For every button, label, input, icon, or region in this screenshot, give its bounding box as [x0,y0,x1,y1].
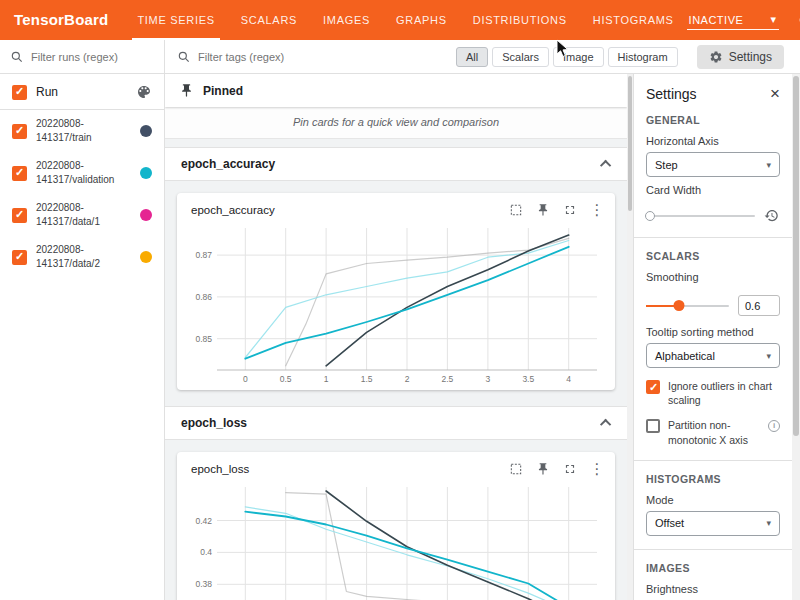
pin-icon [179,83,194,98]
svg-text:0.87: 0.87 [195,250,212,260]
reset-icon[interactable] [764,208,780,224]
svg-text:3: 3 [486,374,491,384]
section-header-epoch-accuracy[interactable]: epoch_accuracy [165,147,627,181]
partition-x-axis-checkbox[interactable] [646,419,660,433]
svg-text:0.42: 0.42 [195,516,212,526]
tab-graphs[interactable]: GRAPHS [383,0,460,40]
ignore-outliers-label: Ignore outliers in chart scaling [668,379,780,407]
run-select-all-checkbox[interactable] [12,85,27,100]
chevron-down-icon: ▾ [766,160,771,170]
tab-time-series[interactable]: TIME SERIES [124,0,227,40]
search-icon [177,50,191,64]
card-width-slider[interactable] [646,215,755,217]
filter-tags-input[interactable] [198,51,449,63]
run-row-validation[interactable]: 20220808-141317/validation [0,152,164,194]
fit-domain-icon[interactable] [508,202,524,218]
card-title: epoch_loss [191,463,508,475]
epoch-accuracy-chart[interactable]: 00.511.522.533.540.850.860.87 [181,220,611,390]
run-label: 20220808-141317/validation [36,159,131,187]
main-scrollbar-thumb[interactable] [628,76,632,211]
svg-text:0.86: 0.86 [195,292,212,302]
pinned-title: Pinned [203,84,243,98]
run-label: 20220808-141317/train [36,117,131,145]
smoothing-label: Smoothing [646,271,780,283]
tab-histograms[interactable]: HISTOGRAMS [580,0,687,40]
tab-images[interactable]: IMAGES [310,0,383,40]
epoch-loss-chart[interactable]: 00.511.522.533.540.360.380.40.42 [181,479,611,600]
partition-x-axis-label: Partition non-monotonic X axis [668,418,760,446]
pinned-bar: Pinned [165,74,627,107]
tooltip-sorting-select[interactable]: Alphabetical ▾ [646,343,780,368]
section-title: epoch_loss [181,416,247,430]
run-row-data-2[interactable]: 20220808-141317/data/2 [0,236,164,278]
pinned-hint-text: Pin cards for a quick view and compariso… [165,107,627,139]
ignore-outliers-checkbox[interactable] [646,380,660,394]
horizontal-axis-label: Horizontal Axis [646,135,780,147]
card-zone: epoch_loss ⋮ 00.511.522.533.540.360.380.… [165,440,627,600]
reload-status-select[interactable]: INACTIVE ▾ [687,10,779,30]
svg-text:0.38: 0.38 [195,579,212,589]
main-scrollbar[interactable] [627,74,633,600]
histogram-mode-label: Mode [646,494,780,506]
chip-scalars[interactable]: Scalars [492,47,549,67]
filter-runs-input[interactable] [31,51,141,63]
pin-card-icon[interactable] [535,202,551,218]
fit-domain-icon[interactable] [508,461,524,477]
smoothing-value-input[interactable]: 0.6 [738,295,780,316]
tab-scalars[interactable]: SCALARS [228,0,310,40]
gear-icon [709,50,723,64]
tab-distributions[interactable]: DISTRIBUTIONS [460,0,580,40]
card-menu-icon[interactable]: ⋮ [589,461,605,477]
svg-text:2.5: 2.5 [441,374,453,384]
theme-contrast-button[interactable] [793,7,800,33]
run-checkbox[interactable] [12,250,27,265]
pin-card-icon[interactable] [535,461,551,477]
chip-all[interactable]: All [456,47,488,67]
divider [634,237,792,238]
slider-thumb[interactable] [674,300,685,311]
run-color-dot [140,251,152,263]
run-row-data-1[interactable]: 20220808-141317/data/1 [0,194,164,236]
tooltip-sorting-value: Alphabetical [655,350,715,362]
settings-scrollbar[interactable] [792,74,800,600]
palette-icon[interactable] [136,84,152,100]
chevron-down-icon: ▾ [766,518,771,528]
card-menu-icon[interactable]: ⋮ [589,202,605,218]
divider [634,460,792,461]
run-row-train[interactable]: 20220808-141317/train [0,110,164,152]
svg-text:0: 0 [243,374,248,384]
runs-filter-box [0,40,165,73]
run-checkbox[interactable] [12,124,27,139]
reload-status-value: INACTIVE [689,14,744,26]
settings-panel-button[interactable]: Settings [697,45,784,69]
scalar-card-epoch-loss: epoch_loss ⋮ 00.511.522.533.540.360.380.… [177,452,615,600]
histogram-mode-value: Offset [655,517,684,529]
smoothing-slider[interactable] [646,305,729,307]
chip-image[interactable]: Image [553,47,604,67]
run-checkbox[interactable] [12,208,27,223]
search-icon [10,50,24,64]
chip-histogram[interactable]: Histogram [608,47,678,67]
info-icon[interactable]: i [768,420,780,432]
settings-scrollbar-thumb[interactable] [793,76,799,436]
horizontal-axis-select[interactable]: Step ▾ [646,152,780,177]
slider-thumb[interactable] [645,211,655,221]
chevron-down-icon: ▾ [766,351,771,361]
run-color-dot [140,125,152,137]
app-header: TensorBoard TIME SERIES SCALARS IMAGES G… [0,0,800,40]
histogram-mode-select[interactable]: Offset ▾ [646,511,780,536]
collapse-chevron-icon[interactable] [600,160,611,171]
fullscreen-icon[interactable] [562,202,578,218]
collapse-chevron-icon[interactable] [600,419,611,430]
app-brand: TensorBoard [0,0,124,40]
svg-text:2: 2 [405,374,410,384]
close-icon[interactable]: × [770,87,780,101]
fullscreen-icon[interactable] [562,461,578,477]
svg-text:1: 1 [324,374,329,384]
runs-header: Run [0,74,164,110]
run-checkbox[interactable] [12,166,27,181]
section-header-epoch-loss[interactable]: epoch_loss [165,406,627,440]
svg-text:0.4: 0.4 [200,547,212,557]
horizontal-axis-value: Step [655,159,678,171]
section-label-general: GENERAL [646,114,780,126]
